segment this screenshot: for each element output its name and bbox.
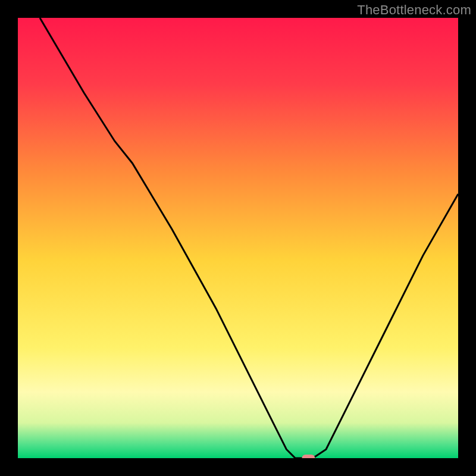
- watermark-text: TheBottleneck.com: [357, 2, 471, 18]
- chart-background-gradient: [18, 18, 458, 458]
- chart-plot-area: [18, 18, 458, 458]
- optimal-point-marker: [302, 455, 315, 458]
- bottleneck-chart-svg: [18, 18, 458, 458]
